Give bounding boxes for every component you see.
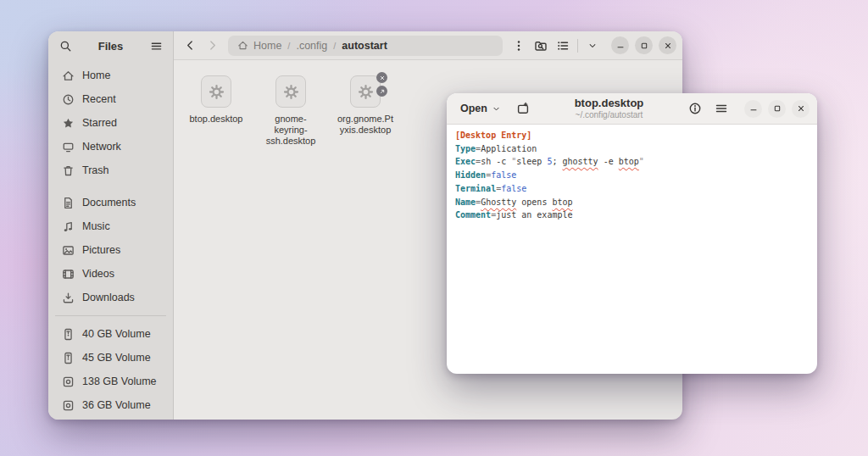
emblem-stack [376,72,387,97]
downloads-icon [62,292,75,304]
sidebar-item-starred[interactable]: Starred [55,111,166,135]
close-icon [663,41,673,51]
maximize-icon [639,41,649,51]
sidebar-item-138-gb-volume[interactable]: 138 GB Volume [55,370,166,393]
document-info-button[interactable] [685,98,705,119]
code-token: ghostty [562,157,598,166]
hamburger-menu-icon [715,102,728,115]
sidebar-item-45-gb-volume[interactable]: 45 GB Volume [55,346,166,370]
path-options-button[interactable] [509,36,529,56]
breadcrumb-segment-home[interactable]: Home [237,40,281,52]
sidebar-item-label: Starred [82,117,117,129]
sidebar-item-label: Music [82,220,110,232]
search-everywhere-button[interactable] [531,36,551,56]
sidebar-item-label: Recent [82,93,116,105]
minimize-button[interactable] [744,100,762,118]
documents-icon [62,197,75,209]
sidebar-item-recent[interactable]: Recent [55,87,166,111]
sidebar-item-36-gb-volume[interactable]: 36 GB Volume [55,393,166,417]
emblem-cross [376,72,387,83]
breadcrumb-segment-config[interactable]: .config [296,40,327,52]
sidebar-item-trash[interactable]: Trash [55,158,166,182]
forward-button[interactable] [202,36,222,56]
code-token: false [501,184,526,193]
view-options-button[interactable] [582,36,603,56]
document-title: btop.desktop [539,97,679,110]
code-token: sleep [516,157,547,166]
new-tab-icon [516,102,530,115]
gear-icon [283,84,299,100]
sidebar-item-documents[interactable]: Documents [55,191,166,214]
sidebar-item-label: Downloads [82,292,135,303]
code-token: [Desktop Entry] [455,131,531,140]
breadcrumb-label: .config [296,40,327,52]
network-icon [62,141,75,153]
search-button[interactable] [55,36,75,56]
close-button[interactable] [792,100,810,118]
open-button[interactable]: Open [454,99,507,118]
sidebar-item-label: 40 GB Volume [82,328,151,340]
editor-headerbar: Open btop.desktop ~/.config/autostart [447,93,817,125]
minimize-button[interactable] [611,36,629,54]
new-tab-button[interactable] [513,98,533,119]
file-name-label: org.gnome.Ptyxis.desktop [337,114,394,136]
hamburger-menu-icon [150,40,163,53]
sidebar-group: 40 GB Volume45 GB Volume138 GB Volume36 … [55,315,166,417]
sidebar-menu-button[interactable] [146,36,166,56]
sidebar-item-network[interactable]: Network [55,135,166,158]
code-token: opens [516,197,552,207]
window-controls [744,100,810,118]
file-item-btop-desktop[interactable]: btop.desktop [182,72,250,128]
sidebar-item-pictures[interactable]: Pictures [55,238,166,262]
sidebar-item-music[interactable]: Music [55,214,166,238]
sidebar-item-label: Network [82,141,121,153]
code-token: false [491,170,516,180]
code-line: [Desktop Entry] [455,129,809,142]
text-editor-window: Open btop.desktop ~/.config/autostart [447,93,817,374]
sidebar-item-label: Trash [82,164,109,176]
file-item-gnome-keyring-ssh-desktop[interactable]: gnome-keyring-ssh.desktop [257,72,325,150]
code-line: Type=Application [455,142,809,156]
maximize-button[interactable] [768,100,786,118]
file-item-org-gnome-ptyxis-desktop[interactable]: org.gnome.Ptyxis.desktop [331,72,399,139]
back-button[interactable] [180,36,200,56]
usb-icon [62,328,75,341]
files-sidebar-header: Files [48,31,173,60]
code-line: Comment=just an example [455,209,809,222]
music-icon [62,220,75,233]
home-icon [62,70,75,82]
maximize-button[interactable] [635,36,653,54]
disk-icon [62,375,75,388]
view-toggle-button[interactable] [553,36,573,56]
breadcrumb[interactable]: Home/.config/autostart [228,36,503,56]
usb-icon [62,352,75,364]
code-token: Terminal [455,184,496,193]
breadcrumb-segment-autostart[interactable]: autostart [342,40,387,52]
sidebar-item-downloads[interactable]: Downloads [55,286,166,309]
folder-search-icon [534,39,548,53]
sidebar-item-40-gb-volume[interactable]: 40 GB Volume [55,322,166,346]
sidebar-item-label: Home [82,70,110,81]
code-token: btop [552,197,572,207]
files-sidebar: Files HomeRecentStarredNetworkTrashDocum… [48,31,174,420]
breadcrumb-separator: / [333,41,336,51]
sidebar-item-label: Documents [82,197,136,209]
code-token: Application [481,144,537,153]
sidebar-item-home[interactable]: Home [55,64,166,87]
sidebar-item-label: Pictures [82,244,120,256]
code-token: sh -c [481,157,511,166]
breadcrumb-label: Home [253,40,281,52]
code-editor[interactable]: [Desktop Entry]Type=ApplicationExec=sh -… [447,125,817,374]
code-token: Ghostty [481,197,516,207]
code-line: Terminal=false [455,182,809,196]
close-icon [796,103,806,114]
sidebar-item-videos[interactable]: Videos [55,262,166,286]
emblem-link [376,86,387,97]
sidebar-group: DocumentsMusicPicturesVideosDownloads [55,191,166,309]
close-button[interactable] [659,36,676,54]
sidebar-item-label: 138 GB Volume [82,375,157,387]
editor-menu-button[interactable] [711,98,732,119]
sidebar-item-label: 36 GB Volume [82,399,151,411]
list-view-icon [556,39,570,53]
videos-icon [62,268,75,281]
